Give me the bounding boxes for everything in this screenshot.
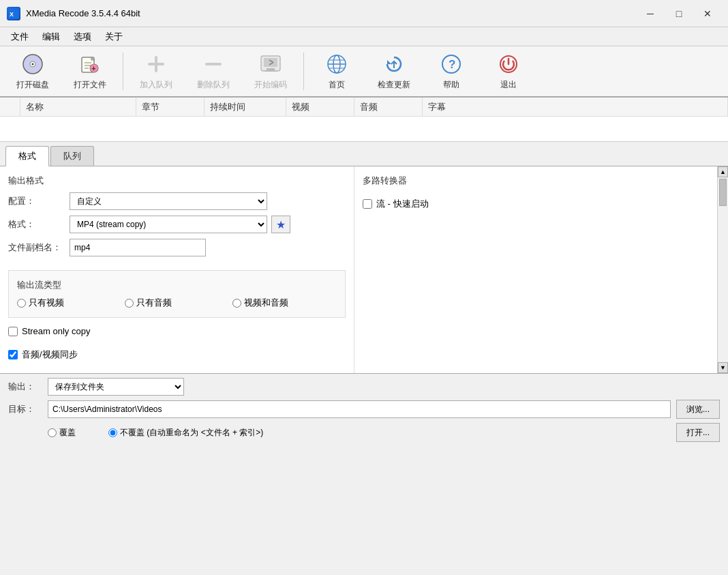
target-label: 目标：	[8, 403, 42, 415]
tab-queue[interactable]: 队列	[50, 146, 94, 166]
open-button[interactable]: 打开...	[676, 423, 720, 442]
stream-type-radio-group: 只有视频 只有音频 视频和音频	[17, 297, 337, 309]
scroll-thumb[interactable]	[719, 179, 727, 206]
radio-video-only-input[interactable]	[17, 299, 26, 308]
check-update-button[interactable]: 检查更新	[367, 49, 421, 93]
stream-copy-row: Stream only copy	[8, 326, 346, 336]
config-row: 配置： 自定义	[8, 192, 346, 210]
close-button[interactable]: ✕	[694, 3, 721, 25]
config-label: 配置：	[8, 195, 70, 207]
menu-options[interactable]: 选项	[67, 28, 98, 46]
tab-format[interactable]: 格式	[5, 146, 49, 166]
svg-text:X: X	[10, 11, 14, 18]
toolbar-divider-2	[303, 53, 304, 90]
radio-video-only-label: 只有视频	[29, 297, 64, 309]
no-overwrite-text: 不覆盖 (自动重命名为 <文件名 + 索引>)	[120, 427, 263, 439]
scroll-down-arrow[interactable]: ▼	[718, 362, 728, 373]
window-controls: ─ □ ✕	[637, 3, 721, 25]
output-label: 输出：	[8, 381, 42, 393]
add-queue-button[interactable]: 加入队列	[129, 49, 183, 93]
scroll-track	[718, 177, 728, 362]
bottom-bar: 输出： 保存到文件夹 目标： 浏览... 覆盖 不覆盖 (自动重命名为 <文件名…	[0, 373, 728, 446]
stream-fast-checkbox[interactable]	[363, 199, 372, 209]
stream-fast-row: 流 - 快速启动	[363, 198, 720, 210]
target-path-input[interactable]	[48, 400, 671, 418]
col-audio: 音频	[354, 98, 423, 116]
av-sync-checkbox[interactable]	[8, 350, 18, 359]
app-icon: X	[7, 7, 20, 20]
col-video: 视频	[286, 98, 354, 116]
extension-row: 文件副档名：	[8, 239, 346, 256]
radio-video-audio[interactable]: 视频和音频	[232, 297, 335, 309]
output-select[interactable]: 保存到文件夹	[48, 378, 184, 396]
remove-queue-icon	[201, 52, 226, 76]
menu-about[interactable]: 关于	[98, 28, 130, 46]
tab-bar: 格式 队列	[0, 142, 728, 166]
start-encode-button[interactable]: 开始编码	[243, 49, 298, 93]
toolbar-divider-1	[123, 53, 123, 90]
radio-video-only[interactable]: 只有视频	[17, 297, 119, 309]
radio-audio-only-label: 只有音频	[136, 297, 172, 309]
output-stream-section: 输出流类型 只有视频 只有音频 视频和音频	[8, 270, 346, 318]
config-select[interactable]: 自定义	[70, 192, 267, 210]
exit-icon	[496, 52, 521, 76]
open-disc-button[interactable]: 打开磁盘	[5, 49, 60, 93]
toolbar: 打开磁盘 + 打开文件 加入队列	[0, 46, 728, 98]
overwrite-row: 覆盖 不覆盖 (自动重命名为 <文件名 + 索引>) 打开...	[8, 423, 720, 442]
stream-copy-label[interactable]: Stream only copy	[22, 326, 90, 336]
right-panel: 多路转换器 流 - 快速启动 ▲ ▼	[354, 166, 728, 373]
format-label: 格式：	[8, 218, 70, 231]
menu-file[interactable]: 文件	[4, 28, 35, 46]
no-overwrite-radio[interactable]	[108, 428, 117, 437]
star-button[interactable]: ★	[271, 216, 290, 233]
target-row: 目标： 浏览...	[8, 400, 720, 419]
title-bar: X XMedia Recode 3.5.4.4 64bit ─ □ ✕	[0, 0, 728, 27]
svg-rect-15	[264, 58, 277, 67]
multiplexer-title: 多路转换器	[363, 175, 720, 187]
col-name: 名称	[20, 98, 136, 116]
file-list-header: 名称 章节 持续时间 视频 音频 字幕	[0, 98, 728, 117]
open-disc-icon	[20, 52, 45, 76]
exit-button[interactable]: 退出	[481, 49, 536, 93]
sync-row: 音频/视频同步	[8, 349, 346, 361]
main-panels: 输出格式 配置： 自定义 格式： MP4 (stream copy) ★	[0, 166, 728, 373]
radio-audio-only-input[interactable]	[125, 299, 134, 308]
radio-video-audio-input[interactable]	[232, 299, 241, 308]
svg-marker-25	[387, 60, 391, 64]
config-control: 自定义	[70, 192, 346, 210]
av-sync-label[interactable]: 音频/视频同步	[22, 349, 78, 361]
remove-queue-button[interactable]: 删除队列	[186, 49, 241, 93]
open-file-button[interactable]: + 打开文件	[63, 49, 117, 93]
col-duration: 持续时间	[204, 98, 286, 116]
menu-edit[interactable]: 编辑	[35, 28, 67, 46]
col-checkbox	[0, 98, 20, 116]
maximize-button[interactable]: □	[665, 3, 693, 25]
browse-button[interactable]: 浏览...	[676, 400, 720, 419]
left-panel: 输出格式 配置： 自定义 格式： MP4 (stream copy) ★	[0, 166, 354, 373]
col-subtitle: 字幕	[423, 98, 728, 116]
scroll-up-arrow[interactable]: ▲	[718, 166, 728, 177]
overwrite-label[interactable]: 覆盖	[48, 427, 76, 439]
file-list-area: 名称 章节 持续时间 视频 音频 字幕	[0, 98, 728, 142]
open-file-icon: +	[78, 52, 102, 76]
window-title: XMedia Recode 3.5.4.4 64bit	[26, 8, 637, 18]
extension-control	[70, 239, 346, 256]
stream-copy-checkbox[interactable]	[8, 327, 18, 336]
col-chapter: 章节	[136, 98, 204, 116]
svg-point-4	[32, 63, 34, 65]
overwrite-text: 覆盖	[59, 427, 76, 439]
svg-text:+: +	[92, 65, 96, 72]
start-encode-icon	[258, 52, 283, 76]
minimize-button[interactable]: ─	[637, 3, 664, 25]
overwrite-radio[interactable]	[48, 428, 57, 437]
home-button[interactable]: 首页	[309, 49, 364, 93]
help-button[interactable]: ? 帮助	[424, 49, 479, 93]
radio-audio-only[interactable]: 只有音频	[125, 297, 227, 309]
extension-input[interactable]	[70, 239, 206, 256]
radio-video-audio-label: 视频和音频	[244, 297, 288, 309]
format-select[interactable]: MP4 (stream copy)	[70, 216, 267, 233]
extension-label: 文件副档名：	[8, 241, 70, 254]
stream-fast-label[interactable]: 流 - 快速启动	[376, 198, 429, 210]
menu-bar: 文件 编辑 选项 关于	[0, 27, 728, 46]
no-overwrite-label[interactable]: 不覆盖 (自动重命名为 <文件名 + 索引>)	[108, 427, 263, 439]
